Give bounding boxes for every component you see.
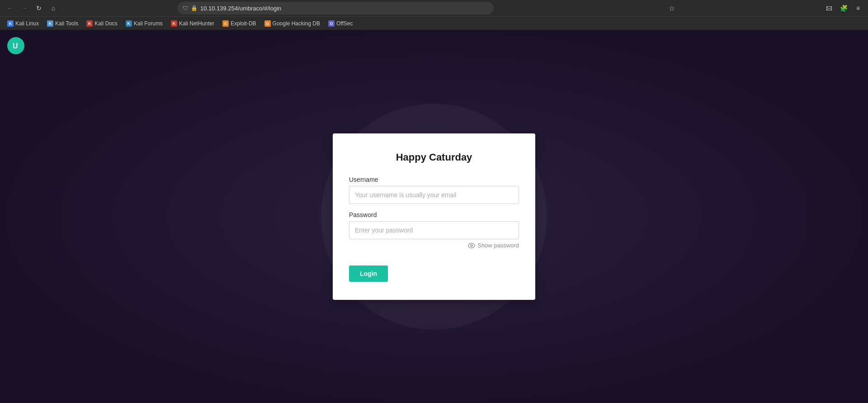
username-label: Username: [349, 176, 519, 183]
browser-titlebar: ← → ↻ ⌂ 🛡 🔒 10.10.139.254/umbraco/#/logi…: [0, 0, 868, 16]
umbraco-logo-icon: U: [11, 41, 20, 50]
kali-forums-favicon: K: [126, 20, 132, 27]
bookmark-kali-linux[interactable]: K Kali Linux: [4, 19, 42, 28]
show-password-button[interactable]: Show password: [468, 242, 519, 249]
bookmark-google-hacking[interactable]: G Google Hacking DB: [261, 19, 324, 28]
login-button[interactable]: Login: [349, 266, 388, 282]
bookmark-kali-docs[interactable]: K Kali Docs: [83, 19, 121, 28]
browser-chrome: ← → ↻ ⌂ 🛡 🔒 10.10.139.254/umbraco/#/logi…: [0, 0, 868, 30]
bookmark-kali-nethunter[interactable]: K Kali NetHunter: [167, 19, 218, 28]
pocket-button[interactable]: 🖂: [823, 2, 835, 14]
lock-icon: 🔒: [191, 5, 198, 11]
kali-tools-favicon: K: [47, 20, 53, 27]
address-text: 10.10.139.254/umbraco/#/login: [200, 5, 488, 12]
home-button[interactable]: ⌂: [47, 2, 60, 14]
extensions-button[interactable]: 🧩: [837, 2, 850, 14]
page-content: U Happy Caturday Username Password Show …: [0, 30, 868, 403]
bookmark-kali-forums-label: Kali Forums: [134, 20, 163, 27]
svg-point-1: [471, 245, 472, 247]
umbraco-logo: U: [7, 37, 24, 54]
bookmark-offsec-label: OffSec: [336, 20, 353, 27]
bookmark-kali-tools-label: Kali Tools: [55, 20, 78, 27]
refresh-button[interactable]: ↻: [33, 2, 45, 14]
username-input[interactable]: [349, 186, 519, 204]
bookmark-kali-tools[interactable]: K Kali Tools: [43, 19, 82, 28]
eye-icon: [468, 242, 475, 249]
shield-icon: 🛡: [183, 5, 188, 11]
bookmark-exploit-db-label: Exploit-DB: [231, 20, 256, 27]
forward-button[interactable]: →: [18, 2, 31, 14]
bookmark-kali-nethunter-label: Kali NetHunter: [179, 20, 214, 27]
bookmark-offsec[interactable]: O OffSec: [325, 19, 356, 28]
login-title: Happy Caturday: [349, 152, 519, 163]
bookmark-kali-linux-label: Kali Linux: [15, 20, 39, 27]
login-card: Happy Caturday Username Password Show pa…: [333, 133, 535, 300]
password-actions: Show password: [349, 242, 519, 249]
bookmark-exploit-db[interactable]: E Exploit-DB: [219, 19, 260, 28]
show-password-label: Show password: [477, 242, 519, 249]
bookmark-kali-docs-label: Kali Docs: [94, 20, 118, 27]
address-bar[interactable]: 🛡 🔒 10.10.139.254/umbraco/#/login: [177, 2, 494, 14]
password-label: Password: [349, 211, 519, 218]
google-hacking-favicon: G: [264, 20, 271, 27]
password-input[interactable]: [349, 221, 519, 239]
bookmark-star-button[interactable]: ☆: [665, 2, 678, 14]
exploit-db-favicon: E: [222, 20, 229, 27]
kali-docs-favicon: K: [86, 20, 93, 27]
browser-toolbar-right: 🖂 🧩 ≡: [823, 2, 864, 14]
back-button[interactable]: ←: [4, 2, 16, 14]
kali-nethunter-favicon: K: [171, 20, 177, 27]
username-group: Username: [349, 176, 519, 204]
menu-button[interactable]: ≡: [852, 2, 864, 14]
kali-linux-favicon: K: [7, 20, 14, 27]
password-group: Password Show password: [349, 211, 519, 249]
bookmark-kali-forums[interactable]: K Kali Forums: [122, 19, 166, 28]
bookmarks-bar: K Kali Linux K Kali Tools K Kali Docs K …: [0, 16, 868, 30]
svg-text:U: U: [13, 42, 18, 50]
bookmark-google-hacking-label: Google Hacking DB: [273, 20, 320, 27]
offsec-favicon: O: [328, 20, 335, 27]
